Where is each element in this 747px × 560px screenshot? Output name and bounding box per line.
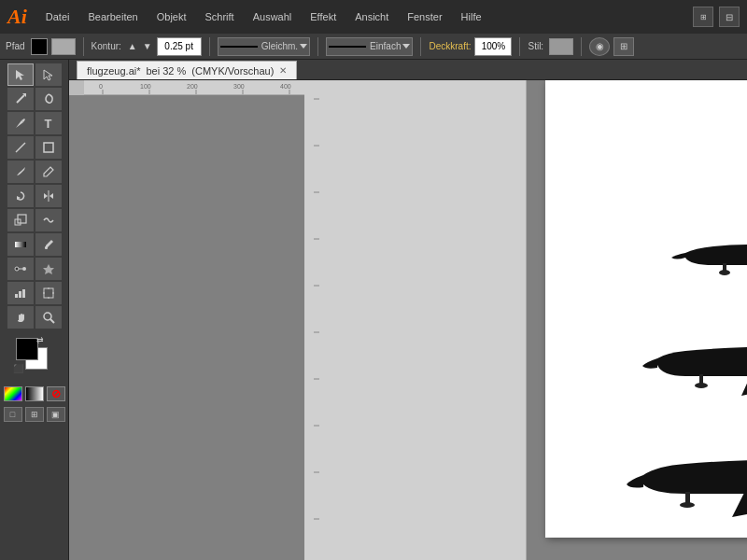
lasso-tool[interactable]	[35, 88, 62, 110]
pen-tool[interactable]	[7, 112, 34, 134]
tool-row-9	[7, 258, 62, 280]
screen-mode-btn[interactable]: □	[4, 407, 22, 422]
artboard-tool[interactable]	[35, 282, 62, 304]
tool-row-5	[7, 161, 62, 183]
eyedropper-tool[interactable]	[35, 233, 62, 256]
arrange-windows[interactable]: ⊟	[719, 7, 740, 27]
tab-close-btn[interactable]: ✕	[279, 65, 287, 76]
mirror-tool[interactable]	[35, 185, 62, 207]
tool-row-10	[7, 282, 62, 304]
scale-tool[interactable]	[7, 209, 34, 231]
canvas-container: flugzeug.ai* bei 32 % (CMYK/Vorschau) ✕ …	[69, 60, 747, 560]
color-swatches: ⇄ ⬛ ⊘ □ ⊞ ▣	[4, 338, 65, 426]
artboard	[545, 80, 747, 538]
swap-icon[interactable]: ⇄	[36, 335, 44, 344]
separator-6	[581, 37, 582, 56]
svg-text:0: 0	[99, 83, 103, 90]
line-style2-dropdown[interactable]: Einfach	[326, 37, 413, 56]
opacity-label: Deckkraft:	[429, 41, 471, 51]
paintbrush-tool[interactable]	[7, 161, 34, 183]
opacity-input[interactable]	[474, 37, 512, 56]
menu-auswahl[interactable]: Auswahl	[249, 9, 296, 24]
svg-line-2	[16, 143, 25, 152]
canvas-work-area[interactable]	[527, 80, 747, 560]
stil-label: Stil:	[528, 41, 543, 51]
separator-1	[83, 37, 84, 56]
zoom-tool[interactable]	[35, 306, 62, 329]
foreground-swatch[interactable]	[16, 338, 38, 360]
symbol-tool[interactable]	[35, 258, 62, 280]
separator-2	[209, 37, 210, 56]
warp-tool[interactable]	[35, 209, 62, 231]
kontur-label: Kontur:	[92, 41, 121, 51]
svg-point-108	[719, 270, 730, 275]
svg-rect-9	[45, 246, 48, 249]
menu-hilfe[interactable]: Hilfe	[458, 9, 486, 24]
menu-datei[interactable]: Datei	[42, 9, 74, 24]
fg-bg-swatches: ⇄ ⬛	[16, 338, 53, 371]
tab-filename: flugzeug.ai*	[87, 65, 141, 77]
rotate-tool[interactable]	[7, 185, 34, 207]
svg-point-21	[44, 313, 51, 320]
selection-tool[interactable]	[7, 63, 34, 86]
presentation-mode-btn[interactable]: ▣	[47, 407, 65, 422]
color-mode-btn[interactable]	[4, 386, 22, 401]
tool-row-8	[7, 233, 62, 256]
stroke-swatch-btn[interactable]	[51, 38, 76, 55]
menu-ansicht[interactable]: Ansicht	[351, 9, 392, 24]
svg-text:100: 100	[140, 83, 151, 90]
vertical-ruler	[304, 80, 526, 560]
tool-row-4	[7, 136, 62, 159]
canvas-scroll-area[interactable]: 0 100 200 300 400 500 600	[69, 80, 747, 560]
svg-text:300: 300	[233, 83, 245, 90]
separator-4	[420, 37, 421, 56]
svg-line-0	[17, 95, 24, 103]
workspace-switcher[interactable]: ⊞	[693, 7, 713, 27]
path-label: Pfad	[6, 41, 25, 51]
fill-swatch[interactable]	[31, 38, 48, 55]
blend-tool[interactable]	[7, 258, 34, 280]
appearance-btn[interactable]: ◉	[589, 37, 610, 56]
reset-icon[interactable]: ⬛	[13, 364, 23, 373]
svg-rect-3	[44, 143, 53, 152]
airplane-side-view-1[interactable]	[657, 202, 747, 295]
line-tool[interactable]	[7, 136, 34, 159]
type-tool[interactable]: T	[35, 112, 62, 134]
stil-swatch[interactable]	[549, 38, 573, 55]
none-mode-btn[interactable]: ⊘	[47, 386, 65, 401]
magic-wand-tool[interactable]	[7, 88, 34, 110]
kontur-value-input[interactable]	[157, 37, 202, 56]
pencil-tool[interactable]	[35, 161, 62, 183]
airplane-side-view-3[interactable]	[625, 424, 747, 531]
menu-fenster[interactable]: Fenster	[403, 9, 445, 24]
title-right-controls: ⊞ ⊟	[693, 7, 740, 27]
svg-text:400: 400	[280, 83, 291, 90]
tab-mode: (CMYK/Vorschau)	[191, 65, 274, 77]
hand-tool[interactable]	[7, 306, 34, 329]
gradient-tool[interactable]	[7, 233, 34, 256]
document-tab[interactable]: flugzeug.ai* bei 32 % (CMYK/Vorschau) ✕	[77, 61, 297, 79]
menu-effekt[interactable]: Effekt	[306, 9, 340, 24]
tool-row-6	[7, 185, 62, 207]
extra-btn[interactable]: ⊞	[613, 37, 634, 56]
options-toolbar: Pfad Kontur: ▲ ▼ Gleichm. Einfach Deckkr…	[0, 34, 747, 60]
svg-line-22	[50, 319, 54, 323]
fullscreen-mode-btn[interactable]: ⊞	[25, 407, 44, 422]
tab-zoom: bei 32 %	[147, 65, 187, 77]
horizontal-ruler: 0 100 200 300 400 500 600	[84, 80, 304, 95]
canvas-inner	[527, 80, 747, 560]
separator-5	[519, 37, 520, 56]
airplane-side-view-2[interactable]	[639, 314, 747, 407]
svg-rect-8	[15, 242, 26, 247]
shape-tool[interactable]	[35, 136, 62, 159]
ruler-corner	[69, 80, 84, 95]
line-style1-dropdown[interactable]: Gleichm.	[218, 37, 310, 56]
menu-bearbeiten[interactable]: Bearbeiten	[84, 9, 141, 24]
title-bar: Ai Datei Bearbeiten Objekt Schrift Auswa…	[0, 0, 747, 34]
menu-schrift[interactable]: Schrift	[202, 9, 238, 24]
chart-tool[interactable]	[7, 282, 34, 304]
menu-objekt[interactable]: Objekt	[153, 9, 190, 24]
gradient-mode-btn[interactable]	[25, 386, 44, 401]
direct-selection-tool[interactable]	[35, 63, 62, 86]
svg-rect-13	[15, 294, 18, 298]
